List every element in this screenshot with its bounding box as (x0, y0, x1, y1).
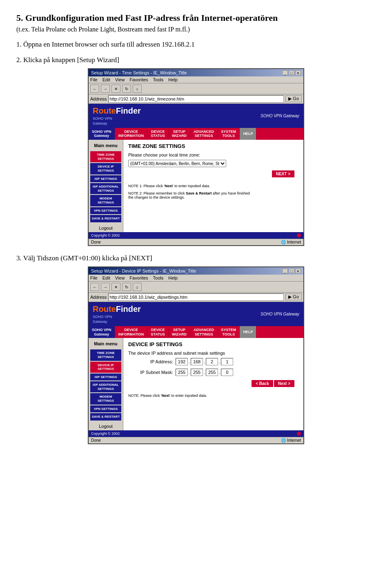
ip-octet-2[interactable] (191, 358, 203, 365)
minimize-btn-2[interactable]: _ (282, 269, 288, 273)
nav-device-status-2[interactable]: DEVICESTATUS (147, 326, 169, 338)
mask-octet-2[interactable] (191, 369, 203, 376)
next-button-2[interactable]: Next > (274, 380, 294, 387)
sidebar-btn-deviceip-2[interactable]: DEVICE IPSETTINGS (90, 362, 121, 373)
nav-setup-wizard-2[interactable]: SETUPWIZARD (169, 326, 190, 338)
nav-device-info-2[interactable]: DEVICEINFORMATION (115, 326, 148, 338)
refresh-btn-2[interactable]: ↻ (122, 283, 131, 291)
sidebar-btn-isp-2[interactable]: ISP SETTINGS (90, 374, 121, 381)
maximize-btn-1[interactable]: □ (289, 70, 294, 75)
ip-dot-1: . (189, 359, 190, 364)
sidebar-title-1: Main menu (89, 141, 123, 150)
maximize-btn-2[interactable]: □ (289, 269, 294, 273)
nav-system-2[interactable]: SYSTEMTOOLS (218, 326, 240, 338)
statusbar-internet-1: 🌐 Internet (281, 240, 301, 244)
copyright-dot-2 (297, 432, 301, 436)
titlebar-buttons-2[interactable]: _ □ ✕ (282, 269, 301, 273)
close-btn-2[interactable]: ✕ (295, 269, 301, 273)
nav-gateway-2[interactable]: SOHO VPNGateway (89, 326, 115, 338)
forward-btn-1[interactable]: → (101, 85, 110, 93)
forward-btn-2[interactable]: → (101, 283, 110, 291)
sidebar-btn-ispadd-1[interactable]: ISP ADDITIONALSETTINGS (90, 183, 121, 194)
menu-favorites-2[interactable]: Favorites (129, 275, 148, 280)
go-btn-2[interactable]: ▶ Go (285, 293, 302, 300)
rf-subtext-2: SOHO VPNGateway (93, 315, 112, 324)
address-label-1: Address (90, 96, 107, 101)
close-btn-1[interactable]: ✕ (295, 70, 301, 75)
sidebar-btn-modem-2[interactable]: MODEMSETTINGS (90, 393, 121, 404)
nav-device-status-1[interactable]: DEVICESTATUS (147, 128, 169, 140)
sidebar-btn-timezone-1[interactable]: TIME ZONESETTINGS (90, 151, 121, 162)
minimize-btn-1[interactable]: _ (282, 70, 288, 75)
sidebar-btn-vpn-2[interactable]: VPN SETTINGS (90, 405, 121, 413)
browser-toolbar-2: ← → ✕ ↻ ⌂ (89, 282, 303, 293)
sidebar-logout-1[interactable]: Logout (89, 223, 123, 232)
stop-btn-1[interactable]: ✕ (111, 85, 120, 93)
nav-setup-wizard-1[interactable]: SETUPWIZARD (169, 128, 190, 140)
browser-menubar-1: File Edit View Favorites Tools Help (89, 76, 303, 83)
rf-copyright-1: Copyright © 2002 (89, 232, 303, 239)
browser-addressbar-1: Address ▶ Go (89, 94, 303, 104)
main-title: 5. Grundkonfiguration med Fast IP-adress… (16, 12, 376, 24)
btn-row-2: < Back Next > (128, 380, 298, 390)
back-btn-2[interactable]: ← (90, 283, 99, 291)
sidebar-logout-2[interactable]: Logout (89, 421, 123, 430)
rf-sidebar-2: Main menu TIME ZONESETTINGS DEVICE IPSET… (89, 338, 123, 430)
address-input-2[interactable] (108, 293, 284, 301)
sidebar-btn-ispadd-2[interactable]: ISP ADDITIONALSETTINGS (90, 381, 121, 392)
menu-help-1[interactable]: Help (168, 77, 178, 82)
menu-file-1[interactable]: File (90, 77, 98, 82)
home-btn-1[interactable]: ⌂ (133, 85, 142, 93)
sidebar-btn-save-1[interactable]: SAVE & RESTART (90, 215, 121, 222)
browser-addressbar-2: Address ▶ Go (89, 293, 303, 302)
address-input-1[interactable] (108, 95, 284, 103)
next-button-1[interactable]: NEXT > (272, 170, 294, 177)
back-btn-1[interactable]: ← (90, 85, 99, 93)
sidebar-btn-modem-1[interactable]: MODEMSETTINGS (90, 195, 121, 206)
address-label-2: Address (90, 295, 107, 300)
content-title-1: TIME ZONE SETTINGS (128, 143, 298, 149)
ip-octet-4[interactable] (221, 358, 233, 365)
note1-1: NOTE 1: Please click 'Next' to enter inp… (128, 184, 298, 188)
go-btn-1[interactable]: ▶ Go (285, 95, 302, 102)
back-button-2[interactable]: < Back (252, 380, 273, 387)
menu-view-1[interactable]: View (115, 77, 125, 82)
sidebar-btn-deviceip-1[interactable]: DEVICE IPSETTINGS (90, 163, 121, 174)
sidebar-btn-save-2[interactable]: SAVE & RESTART (90, 413, 121, 421)
stop-btn-2[interactable]: ✕ (111, 283, 120, 291)
menu-tools-1[interactable]: Tools (153, 77, 164, 82)
sidebar-btn-vpn-1[interactable]: VPN SETTINGS (90, 207, 121, 215)
sidebar-btn-isp-1[interactable]: ISP SETTINGS (90, 175, 121, 183)
menu-edit-1[interactable]: Edit (102, 77, 110, 82)
nav-help-1[interactable]: HELP (240, 128, 256, 140)
mask-octet-4[interactable] (221, 369, 233, 376)
rf-tagline-1: SOHO VPN Gateway (261, 114, 299, 118)
timezone-select-1[interactable]: (GMT+01:00) Amsterdam, Berlin, Bern, Rom… (128, 160, 226, 167)
rf-tagline-2: SOHO VPN Gateway (261, 312, 299, 316)
nav-advanced-1[interactable]: ADVANCEDSETTINGS (190, 128, 218, 140)
mask-octet-1[interactable] (176, 369, 188, 376)
ip-octet-3[interactable] (206, 358, 218, 365)
menu-tools-2[interactable]: Tools (153, 275, 164, 280)
mask-octet-3[interactable] (206, 369, 218, 376)
rf-copyright-2: Copyright © 2002 (89, 430, 303, 437)
refresh-btn-1[interactable]: ↻ (122, 85, 131, 93)
copyright-text-1: Copyright © 2002 (91, 233, 120, 237)
home-btn-2[interactable]: ⌂ (133, 283, 142, 291)
nav-gateway-1[interactable]: SOHO VPNGateway (89, 128, 115, 140)
menu-favorites-1[interactable]: Favorites (129, 77, 148, 82)
nav-help-2[interactable]: HELP (240, 326, 256, 338)
nav-system-1[interactable]: SYSTEMTOOLS (218, 128, 240, 140)
menu-view-2[interactable]: View (115, 275, 125, 280)
nav-advanced-2[interactable]: ADVANCEDSETTINGS (190, 326, 218, 338)
menu-file-2[interactable]: File (90, 275, 98, 280)
browser-statusbar-1: Done 🌐 Internet (89, 239, 303, 245)
nav-device-info-1[interactable]: DEVICEINFORMATION (115, 128, 148, 140)
rf-sidebar-1: Main menu TIME ZONESETTINGS DEVICE IPSET… (89, 140, 123, 232)
ip-octet-1[interactable] (176, 358, 188, 365)
browser-title-1: Setup Wizard - Time Settings - IE_Window… (91, 70, 187, 75)
menu-help-2[interactable]: Help (168, 275, 178, 280)
menu-edit-2[interactable]: Edit (102, 275, 110, 280)
titlebar-buttons-1[interactable]: _ □ ✕ (282, 70, 301, 75)
sidebar-btn-timezone-2[interactable]: TIME ZONESETTINGS (90, 349, 121, 360)
